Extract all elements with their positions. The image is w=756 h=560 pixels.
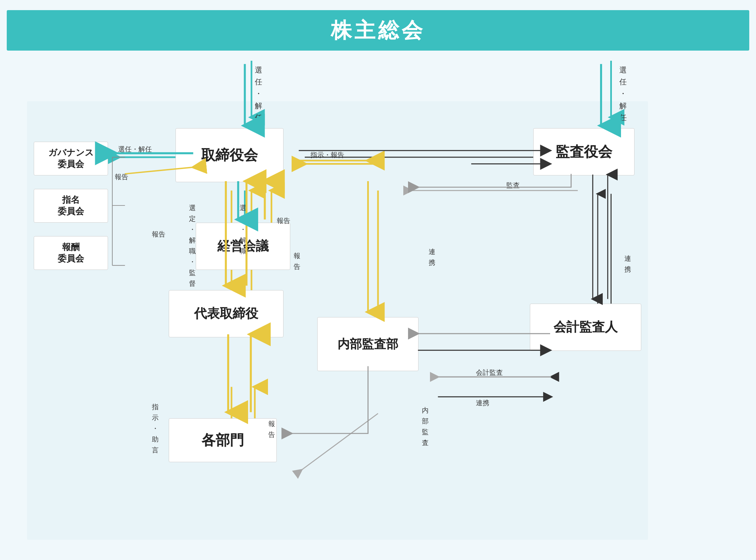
cooperation-2-label: 連携 xyxy=(476,398,489,407)
board-label: 取締役会 xyxy=(201,146,258,165)
nomination-committee-box: 指名 委員会 xyxy=(34,189,108,223)
accounting-audit-label: 会計監査 xyxy=(476,368,503,377)
board-box: 取締役会 xyxy=(175,128,284,182)
election-dismissal-ceo-label: 選 任 ・ 解 職 xyxy=(240,202,246,256)
internal-audit-box: 内部監査部 xyxy=(317,317,419,371)
accounting-auditor-label: 会計監査人 xyxy=(554,319,618,335)
accounting-auditor-box: 会計監査人 xyxy=(530,304,641,351)
remuneration-committee-box: 報酬 委員会 xyxy=(34,236,108,270)
report-5-label: 報告 xyxy=(268,418,275,440)
audit-board-label: 監査役会 xyxy=(556,143,612,161)
report-2-label: 報告 xyxy=(277,216,290,225)
audit-board-box: 監査役会 xyxy=(533,128,635,175)
audit-label: 監査 xyxy=(506,180,520,190)
diagram-area: ガバナンス 委員会 指名 委員会 報酬 委員会 取締役会 経営会議 代表取締役 … xyxy=(7,61,749,553)
representative-label: 代表取締役 xyxy=(194,305,258,322)
internal-audit-arrow-label: 内 部 監 査 xyxy=(422,405,429,448)
report-1-label: 報告 xyxy=(115,172,128,181)
representative-box: 代表取締役 xyxy=(169,290,284,337)
election-dismissal-3-label: 選任・解任 xyxy=(118,144,152,154)
report-4-label: 報告 xyxy=(294,240,301,272)
election-dismissal-1-label: 選 任 ・ 解 任 xyxy=(255,64,262,123)
selection-supervision-label: 選 定 ・ 解 職 ・ 監 督 xyxy=(189,202,196,289)
governance-committee-box: ガバナンス 委員会 xyxy=(34,142,108,175)
departments-box: 各部門 xyxy=(169,418,277,462)
nomination-committee-label: 指名 委員会 xyxy=(58,194,84,217)
instruction-advice-label: 指 示 ・ 助 言 xyxy=(152,401,159,455)
governance-committee-label: ガバナンス 委員会 xyxy=(48,147,94,170)
internal-audit-label: 内部監査部 xyxy=(337,336,398,352)
cooperation-1-label: 連 携 xyxy=(624,253,631,275)
instruction-report-label: 指示・報告 xyxy=(310,150,344,160)
cooperation-3-label: 連 携 xyxy=(429,246,435,268)
shareholders-title: 株主総会 xyxy=(331,16,425,44)
shareholders-banner: 株主総会 xyxy=(7,10,749,51)
election-dismissal-2-label: 選 任 ・ 解 任 xyxy=(619,64,627,123)
remuneration-committee-label: 報酬 委員会 xyxy=(58,242,84,264)
departments-label: 各部門 xyxy=(201,431,244,450)
report-3-label: 報告 xyxy=(152,229,166,239)
